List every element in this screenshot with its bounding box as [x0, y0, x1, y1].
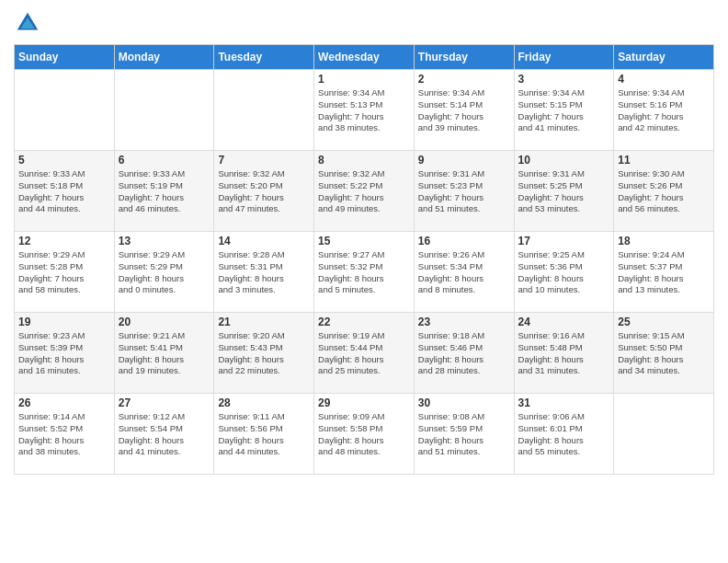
- calendar-cell: [214, 70, 314, 151]
- calendar-cell: 11Sunrise: 9:30 AM Sunset: 5:26 PM Dayli…: [614, 151, 714, 232]
- calendar-cell: 28Sunrise: 9:11 AM Sunset: 5:56 PM Dayli…: [214, 394, 314, 475]
- calendar-cell: 14Sunrise: 9:28 AM Sunset: 5:31 PM Dayli…: [214, 232, 314, 313]
- day-number: 18: [618, 235, 710, 247]
- calendar-cell: 24Sunrise: 9:16 AM Sunset: 5:48 PM Dayli…: [514, 313, 614, 394]
- logo: [14, 9, 45, 37]
- column-header-tuesday: Tuesday: [214, 45, 314, 70]
- day-number: 12: [18, 235, 110, 247]
- calendar-cell: 18Sunrise: 9:24 AM Sunset: 5:37 PM Dayli…: [614, 232, 714, 313]
- day-number: 22: [318, 316, 410, 328]
- column-header-thursday: Thursday: [414, 45, 514, 70]
- calendar-cell: 7Sunrise: 9:32 AM Sunset: 5:20 PM Daylig…: [214, 151, 314, 232]
- column-header-sunday: Sunday: [15, 45, 115, 70]
- day-info: Sunrise: 9:12 AM Sunset: 5:54 PM Dayligh…: [119, 411, 210, 458]
- day-info: Sunrise: 9:11 AM Sunset: 5:56 PM Dayligh…: [218, 411, 310, 458]
- calendar-cell: 3Sunrise: 9:34 AM Sunset: 5:15 PM Daylig…: [514, 70, 614, 151]
- calendar-cell: 21Sunrise: 9:20 AM Sunset: 5:43 PM Dayli…: [214, 313, 314, 394]
- day-number: 14: [218, 235, 310, 247]
- day-info: Sunrise: 9:20 AM Sunset: 5:43 PM Dayligh…: [218, 330, 310, 377]
- day-number: 24: [518, 316, 610, 328]
- calendar-cell: 31Sunrise: 9:06 AM Sunset: 6:01 PM Dayli…: [514, 394, 614, 475]
- column-header-wednesday: Wednesday: [314, 45, 415, 70]
- calendar-cell: 1Sunrise: 9:34 AM Sunset: 5:13 PM Daylig…: [314, 70, 415, 151]
- day-number: 13: [119, 235, 210, 247]
- calendar-cell: 19Sunrise: 9:23 AM Sunset: 5:39 PM Dayli…: [15, 313, 115, 394]
- day-info: Sunrise: 9:09 AM Sunset: 5:58 PM Dayligh…: [318, 411, 410, 458]
- calendar-cell: 4Sunrise: 9:34 AM Sunset: 5:16 PM Daylig…: [614, 70, 714, 151]
- day-info: Sunrise: 9:30 AM Sunset: 5:26 PM Dayligh…: [618, 168, 710, 215]
- day-info: Sunrise: 9:23 AM Sunset: 5:39 PM Dayligh…: [18, 330, 110, 377]
- day-number: 31: [518, 396, 610, 409]
- calendar-week-4: 19Sunrise: 9:23 AM Sunset: 5:39 PM Dayli…: [15, 313, 714, 394]
- day-info: Sunrise: 9:31 AM Sunset: 5:23 PM Dayligh…: [418, 168, 510, 215]
- calendar-week-2: 5Sunrise: 9:33 AM Sunset: 5:18 PM Daylig…: [15, 151, 714, 232]
- day-info: Sunrise: 9:14 AM Sunset: 5:52 PM Dayligh…: [18, 411, 110, 458]
- day-number: 20: [119, 316, 210, 328]
- calendar-cell: 10Sunrise: 9:31 AM Sunset: 5:25 PM Dayli…: [514, 151, 614, 232]
- day-info: Sunrise: 9:31 AM Sunset: 5:25 PM Dayligh…: [518, 168, 610, 215]
- calendar-cell: 13Sunrise: 9:29 AM Sunset: 5:29 PM Dayli…: [114, 232, 214, 313]
- calendar-header-row: SundayMondayTuesdayWednesdayThursdayFrid…: [15, 45, 714, 70]
- calendar-cell: 5Sunrise: 9:33 AM Sunset: 5:18 PM Daylig…: [15, 151, 115, 232]
- day-number: 21: [218, 316, 310, 328]
- day-info: Sunrise: 9:21 AM Sunset: 5:41 PM Dayligh…: [119, 330, 210, 377]
- day-number: 29: [318, 396, 410, 409]
- calendar-cell: [114, 70, 214, 151]
- day-number: 30: [418, 396, 510, 409]
- calendar-cell: 12Sunrise: 9:29 AM Sunset: 5:28 PM Dayli…: [15, 232, 115, 313]
- day-info: Sunrise: 9:29 AM Sunset: 5:28 PM Dayligh…: [18, 249, 110, 296]
- calendar-cell: 25Sunrise: 9:15 AM Sunset: 5:50 PM Dayli…: [614, 313, 714, 394]
- day-number: 11: [618, 154, 710, 167]
- calendar-cell: 26Sunrise: 9:14 AM Sunset: 5:52 PM Dayli…: [15, 394, 115, 475]
- day-info: Sunrise: 9:33 AM Sunset: 5:18 PM Dayligh…: [18, 168, 110, 215]
- day-number: 6: [119, 154, 210, 167]
- column-header-saturday: Saturday: [614, 45, 714, 70]
- day-info: Sunrise: 9:06 AM Sunset: 6:01 PM Dayligh…: [518, 411, 610, 458]
- calendar-cell: 8Sunrise: 9:32 AM Sunset: 5:22 PM Daylig…: [314, 151, 415, 232]
- logo-icon: [14, 9, 41, 37]
- calendar-cell: 15Sunrise: 9:27 AM Sunset: 5:32 PM Dayli…: [314, 232, 415, 313]
- day-info: Sunrise: 9:16 AM Sunset: 5:48 PM Dayligh…: [518, 330, 610, 377]
- day-info: Sunrise: 9:29 AM Sunset: 5:29 PM Dayligh…: [119, 249, 210, 296]
- calendar-cell: 17Sunrise: 9:25 AM Sunset: 5:36 PM Dayli…: [514, 232, 614, 313]
- day-number: 16: [418, 235, 510, 247]
- day-info: Sunrise: 9:34 AM Sunset: 5:16 PM Dayligh…: [618, 87, 710, 134]
- day-info: Sunrise: 9:27 AM Sunset: 5:32 PM Dayligh…: [318, 249, 410, 296]
- calendar-cell: 2Sunrise: 9:34 AM Sunset: 5:14 PM Daylig…: [414, 70, 514, 151]
- calendar-cell: 23Sunrise: 9:18 AM Sunset: 5:46 PM Dayli…: [414, 313, 514, 394]
- day-info: Sunrise: 9:32 AM Sunset: 5:22 PM Dayligh…: [318, 168, 410, 215]
- day-info: Sunrise: 9:28 AM Sunset: 5:31 PM Dayligh…: [218, 249, 310, 296]
- day-number: 9: [418, 154, 510, 167]
- calendar: SundayMondayTuesdayWednesdayThursdayFrid…: [14, 44, 714, 475]
- day-number: 7: [218, 154, 310, 167]
- calendar-week-1: 1Sunrise: 9:34 AM Sunset: 5:13 PM Daylig…: [15, 70, 714, 151]
- day-info: Sunrise: 9:34 AM Sunset: 5:15 PM Dayligh…: [518, 87, 610, 134]
- day-number: 26: [18, 396, 110, 409]
- day-number: 10: [518, 154, 610, 167]
- day-number: 4: [618, 73, 710, 86]
- day-info: Sunrise: 9:24 AM Sunset: 5:37 PM Dayligh…: [618, 249, 710, 296]
- calendar-cell: 29Sunrise: 9:09 AM Sunset: 5:58 PM Dayli…: [314, 394, 415, 475]
- day-number: 25: [618, 316, 710, 328]
- calendar-cell: 20Sunrise: 9:21 AM Sunset: 5:41 PM Dayli…: [114, 313, 214, 394]
- day-number: 15: [318, 235, 410, 247]
- day-number: 27: [119, 396, 210, 409]
- day-number: 2: [418, 73, 510, 86]
- day-number: 8: [318, 154, 410, 167]
- calendar-cell: [614, 394, 714, 475]
- calendar-cell: 27Sunrise: 9:12 AM Sunset: 5:54 PM Dayli…: [114, 394, 214, 475]
- calendar-cell: 30Sunrise: 9:08 AM Sunset: 5:59 PM Dayli…: [414, 394, 514, 475]
- page: SundayMondayTuesdayWednesdayThursdayFrid…: [0, 0, 728, 563]
- day-info: Sunrise: 9:34 AM Sunset: 5:14 PM Dayligh…: [418, 87, 510, 134]
- day-number: 17: [518, 235, 610, 247]
- header: [14, 9, 714, 37]
- calendar-cell: 9Sunrise: 9:31 AM Sunset: 5:23 PM Daylig…: [414, 151, 514, 232]
- calendar-cell: 16Sunrise: 9:26 AM Sunset: 5:34 PM Dayli…: [414, 232, 514, 313]
- calendar-cell: [15, 70, 115, 151]
- day-info: Sunrise: 9:15 AM Sunset: 5:50 PM Dayligh…: [618, 330, 710, 377]
- calendar-week-5: 26Sunrise: 9:14 AM Sunset: 5:52 PM Dayli…: [15, 394, 714, 475]
- day-info: Sunrise: 9:25 AM Sunset: 5:36 PM Dayligh…: [518, 249, 610, 296]
- day-number: 3: [518, 73, 610, 86]
- day-number: 19: [18, 316, 110, 328]
- day-info: Sunrise: 9:08 AM Sunset: 5:59 PM Dayligh…: [418, 411, 510, 458]
